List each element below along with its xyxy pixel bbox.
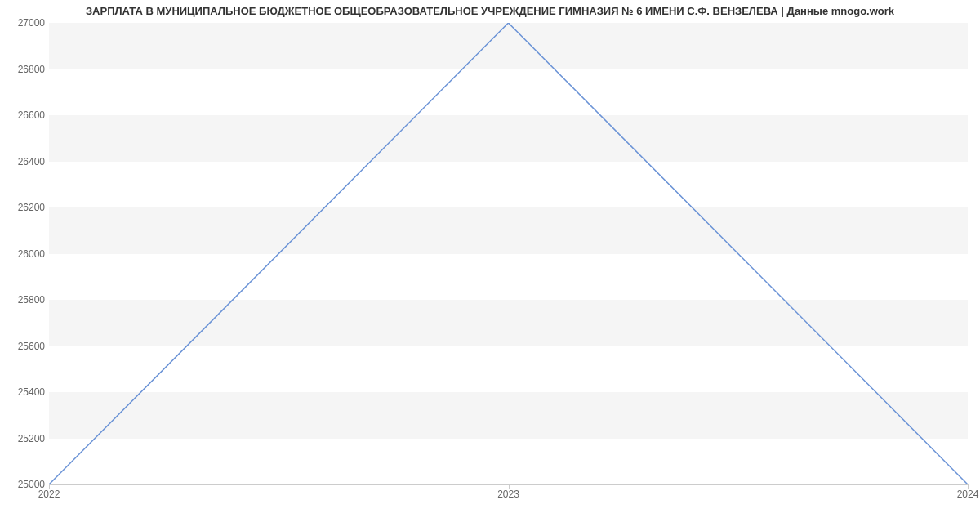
- y-tick-label: 27000: [4, 17, 45, 29]
- y-tick-label: 26400: [4, 156, 45, 167]
- plot-area: [49, 23, 968, 484]
- x-tick-label: 2024: [957, 489, 979, 500]
- y-tick-label: 25400: [4, 386, 45, 398]
- y-tick-label: 26200: [4, 202, 45, 213]
- data-line: [49, 23, 968, 484]
- x-tick-mark: [49, 484, 50, 489]
- x-tick-label: 2023: [497, 489, 519, 500]
- x-tick-mark: [968, 484, 969, 489]
- y-tick-label: 25800: [4, 294, 45, 306]
- y-tick-label: 26600: [4, 109, 45, 121]
- x-tick-label: 2022: [38, 489, 60, 500]
- y-tick-label: 26000: [4, 248, 45, 260]
- chart-title: ЗАРПЛАТА В МУНИЦИПАЛЬНОЕ БЮДЖЕТНОЕ ОБЩЕО…: [0, 5, 980, 17]
- chart-container: ЗАРПЛАТА В МУНИЦИПАЛЬНОЕ БЮДЖЕТНОЕ ОБЩЕО…: [0, 0, 980, 531]
- y-tick-label: 26800: [4, 64, 45, 75]
- y-tick-label: 25200: [4, 433, 45, 444]
- x-tick-mark: [509, 484, 510, 489]
- y-tick-label: 25600: [4, 341, 45, 352]
- line-series: [49, 23, 968, 484]
